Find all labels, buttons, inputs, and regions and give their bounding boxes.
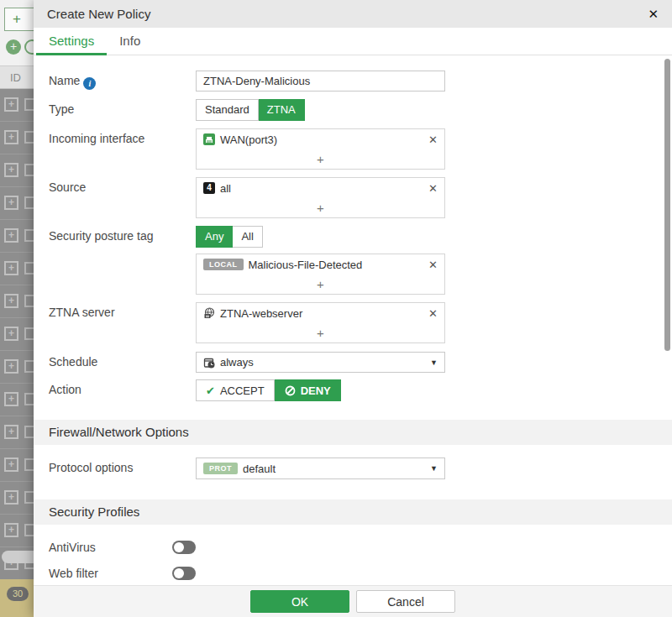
field-row-action: Action ✔ ACCEPT DENY xyxy=(49,379,657,420)
schedule-select[interactable]: always ▼ xyxy=(196,352,445,373)
posture-tag-box: LOCAL Malicious-File-Detected ✕ + xyxy=(196,254,445,295)
type-option-standard[interactable]: Standard xyxy=(196,99,259,121)
ztna-server-label: ZTNA server xyxy=(49,302,196,323)
source-label: Source xyxy=(49,177,196,198)
row-type-icon xyxy=(24,327,34,340)
interface-entry[interactable]: WAN(port3) ✕ xyxy=(197,129,444,149)
row-type-icon xyxy=(24,98,34,111)
tab-info[interactable]: Info xyxy=(107,28,153,55)
posture-match-any[interactable]: Any xyxy=(196,226,233,248)
row-type-icon xyxy=(24,131,34,144)
protocol-options-value: default xyxy=(243,463,276,475)
close-icon[interactable]: ✕ xyxy=(648,7,659,22)
background-bottom-bar: 30 xyxy=(0,579,34,617)
ztna-server-entry-label: ZTNA-webserver xyxy=(220,307,302,320)
field-row-protocol-options: Protocol options PROT default ▼ xyxy=(49,458,657,479)
action-deny[interactable]: DENY xyxy=(275,379,341,401)
web-filter-label: Web filter xyxy=(49,565,172,582)
modal-title: Create New Policy xyxy=(47,7,150,21)
posture-match-all[interactable]: All xyxy=(233,226,262,248)
schedule-calendar-icon xyxy=(203,357,215,369)
table-row: + xyxy=(0,220,34,253)
toggle-knob xyxy=(174,568,184,578)
table-row: + xyxy=(0,351,34,384)
row-type-icon xyxy=(24,360,34,373)
add-ztna-server-button[interactable]: + xyxy=(197,323,444,342)
add-posture-tag-button[interactable]: + xyxy=(197,275,444,294)
row-type-icon xyxy=(24,524,34,536)
row-type-icon xyxy=(24,229,34,242)
interface-port-icon xyxy=(203,133,215,145)
incoming-interface-box: WAN(port3) ✕ + xyxy=(196,128,445,170)
table-row: + xyxy=(0,285,34,318)
antivirus-toggle[interactable] xyxy=(172,541,196,554)
modal-body: Namei Type Standard ZTNA Incoming interf… xyxy=(34,55,672,585)
toggle-knob xyxy=(174,542,184,552)
expand-plus-icon: + xyxy=(4,130,18,144)
virtual-server-icon xyxy=(203,307,215,319)
action-accept[interactable]: ✔ ACCEPT xyxy=(196,379,275,401)
field-row-type: Type Standard ZTNA xyxy=(49,99,657,128)
security-posture-tag-label: Security posture tag xyxy=(49,226,196,247)
source-box: 4 all ✕ + xyxy=(196,177,445,218)
expand-plus-icon: + xyxy=(4,196,18,210)
posture-match-segmented-control: Any All xyxy=(196,226,263,248)
source-entry-label: all xyxy=(220,182,231,195)
prot-badge: PROT xyxy=(203,463,238,474)
remove-posture-tag-icon[interactable]: ✕ xyxy=(428,259,438,271)
field-row-security-posture-tag: Security posture tag Any All xyxy=(49,226,657,254)
name-label: Namei xyxy=(49,71,196,92)
modal-footer: OK Cancel xyxy=(34,585,672,617)
check-icon: ✔ xyxy=(206,384,215,397)
plus-circle-icon: + xyxy=(6,39,21,55)
field-row-web-filter: Web filter xyxy=(49,565,657,582)
table-row: + xyxy=(0,187,34,220)
expand-plus-icon: + xyxy=(4,458,18,472)
field-row-name: Namei xyxy=(49,71,657,99)
notification-count-badge: 30 xyxy=(7,587,29,601)
id-column-header: ID xyxy=(0,65,34,89)
row-type-icon xyxy=(24,196,34,209)
field-row-ztna-server: ZTNA server ZTNA-webserver ✕ + xyxy=(49,302,657,351)
tab-settings[interactable]: Settings xyxy=(36,28,107,55)
field-row-posture-tag-entries: LOCAL Malicious-File-Detected ✕ + xyxy=(49,254,657,302)
ztna-server-box: ZTNA-webserver ✕ + xyxy=(196,302,445,343)
web-filter-toggle[interactable] xyxy=(172,567,196,580)
table-row: + xyxy=(0,154,34,187)
remove-source-icon[interactable]: ✕ xyxy=(428,182,438,195)
action-label: Action xyxy=(49,379,196,400)
name-input[interactable] xyxy=(196,71,445,92)
table-row: + xyxy=(0,253,34,285)
posture-tag-entry[interactable]: LOCAL Malicious-File-Detected ✕ xyxy=(197,254,444,275)
section-header-firewall-network: Firewall/Network Options xyxy=(34,420,672,445)
remove-interface-icon[interactable]: ✕ xyxy=(428,133,438,146)
background-policy-page: + + ID +++++++++++++++ 30 xyxy=(0,0,34,617)
section-header-security-profiles: Security Profiles xyxy=(34,499,672,525)
expand-plus-icon: + xyxy=(4,490,18,505)
cancel-button[interactable]: Cancel xyxy=(356,590,455,613)
type-label: Type xyxy=(49,99,196,120)
info-icon[interactable]: i xyxy=(83,77,96,90)
horizontal-scrollbar-thumb xyxy=(2,551,34,563)
row-type-icon xyxy=(24,491,34,504)
table-row: + xyxy=(0,122,34,154)
table-row: + xyxy=(0,416,34,449)
create-policy-modal: Create New Policy ✕ Settings Info Namei … xyxy=(34,0,672,617)
table-row: + xyxy=(0,482,34,515)
ztna-server-entry[interactable]: ZTNA-webserver ✕ xyxy=(197,303,444,323)
add-interface-button[interactable]: + xyxy=(197,149,444,169)
expand-plus-icon: + xyxy=(4,228,18,243)
source-entry[interactable]: 4 all ✕ xyxy=(197,178,444,198)
row-type-icon xyxy=(24,393,34,405)
type-option-ztna[interactable]: ZTNA xyxy=(259,99,305,121)
table-row: + xyxy=(0,318,34,351)
modal-scrollbar-thumb[interactable] xyxy=(664,59,670,351)
chevron-down-icon: ▼ xyxy=(430,464,438,473)
deny-icon xyxy=(285,385,296,396)
expand-plus-icon: + xyxy=(4,523,18,537)
incoming-interface-label: Incoming interface xyxy=(49,128,196,149)
protocol-options-select[interactable]: PROT default ▼ xyxy=(196,458,445,479)
add-source-button[interactable]: + xyxy=(197,198,444,217)
ok-button[interactable]: OK xyxy=(250,590,349,613)
remove-ztna-server-icon[interactable]: ✕ xyxy=(428,307,438,320)
